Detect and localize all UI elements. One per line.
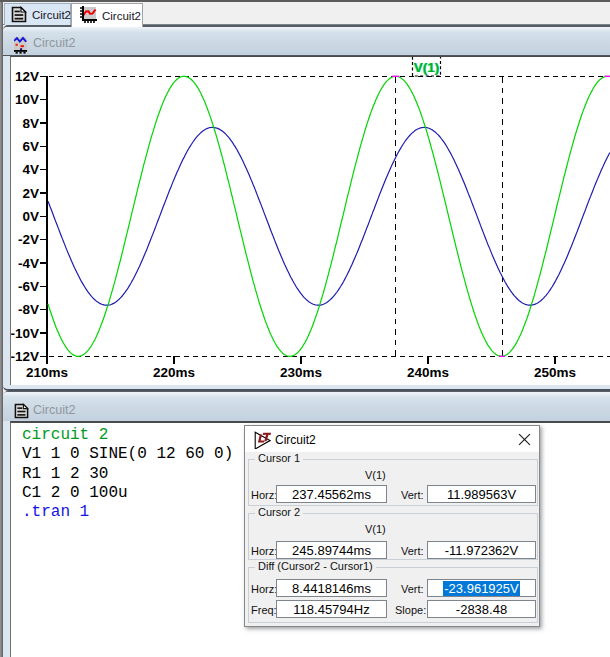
svg-text:10V: 10V: [15, 92, 39, 107]
svg-text:-6V: -6V: [18, 279, 39, 294]
svg-text:-4V: -4V: [18, 256, 39, 271]
svg-text:8V: 8V: [22, 116, 39, 131]
svg-text:-8V: -8V: [18, 302, 39, 317]
svg-text:6V: 6V: [22, 139, 39, 154]
svg-text:220ms: 220ms: [153, 365, 195, 380]
svg-text:-10V: -10V: [11, 326, 39, 341]
svg-text:12V: 12V: [15, 69, 39, 84]
svg-text:240ms: 240ms: [407, 365, 449, 380]
svg-text:230ms: 230ms: [280, 365, 322, 380]
svg-text:-2V: -2V: [18, 232, 39, 247]
svg-text:2V: 2V: [22, 186, 39, 201]
svg-text:4V: 4V: [22, 162, 39, 177]
svg-text:250ms: 250ms: [534, 365, 576, 380]
svg-text:0V: 0V: [22, 209, 39, 224]
svg-text:-12V: -12V: [11, 349, 39, 364]
svg-text:V(1): V(1): [414, 60, 440, 75]
svg-text:210ms: 210ms: [26, 365, 68, 380]
